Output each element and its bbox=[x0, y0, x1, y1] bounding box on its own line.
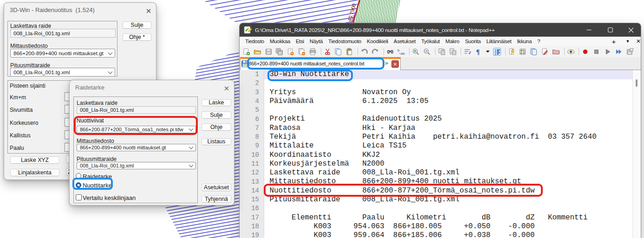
redo-icon[interactable] bbox=[371, 48, 379, 56]
macro-run-icon[interactable] bbox=[615, 48, 623, 56]
tab-overflow-chevron[interactable]: » bbox=[385, 59, 388, 66]
menu-?[interactable]: ? bbox=[534, 39, 543, 44]
line-number: 11 bbox=[251, 160, 259, 168]
menu-etsi[interactable]: Etsi bbox=[293, 39, 307, 44]
line-number: 8 bbox=[255, 133, 259, 142]
dialog1-close-icon[interactable]: ✕ bbox=[142, 6, 155, 17]
toolbar-separator bbox=[579, 48, 579, 55]
project-panel-icon[interactable] bbox=[552, 48, 560, 56]
ohje-button[interactable]: Ohje bbox=[202, 123, 231, 131]
location-row-label: Korkeusero bbox=[10, 120, 38, 126]
notepadpp-app-icon bbox=[244, 26, 252, 34]
open-icon[interactable] bbox=[254, 48, 261, 56]
dialog1-mittaustiedosto-combo[interactable]: 866+200-899+400 nuotti mittaukset.gt bbox=[10, 49, 115, 58]
scrollbar-thumb[interactable] bbox=[636, 79, 637, 87]
document-text[interactable]: 3D-Win Nuottitarke Yritys Novatron Oy Pä… bbox=[264, 70, 597, 238]
show-symbols-icon[interactable]: ¶ bbox=[475, 48, 482, 56]
paste-icon[interactable] bbox=[345, 48, 353, 56]
notepadpp-toolbar: bab¶ bbox=[240, 46, 641, 57]
dialog2-nuottiviivat-combo[interactable]: 866+200-877+200_Törmä_osa1_notes.pi.tdw bbox=[77, 126, 196, 133]
maximize-button[interactable] bbox=[600, 23, 620, 37]
print-icon[interactable] bbox=[309, 48, 317, 56]
minimize-icon bbox=[586, 27, 592, 32]
macro-play-icon[interactable] bbox=[604, 48, 611, 56]
dialog2-title: Raidetarke bbox=[75, 84, 104, 91]
undo-icon[interactable] bbox=[360, 48, 368, 56]
document-tab[interactable]: 866+200-899+400 nuotti mittaukset_notes_… bbox=[240, 57, 401, 70]
vertailu-checkbox-label[interactable]: Vertailu keskilinjaan bbox=[83, 194, 136, 201]
doc-switcher-icon[interactable] bbox=[530, 48, 538, 56]
wrap-icon[interactable] bbox=[463, 48, 471, 56]
nuottitarke-radio[interactable] bbox=[76, 182, 81, 188]
tab-close-button[interactable]: ✕ bbox=[391, 60, 399, 68]
doc-map-icon[interactable] bbox=[508, 48, 516, 56]
indent-guide-icon[interactable] bbox=[493, 48, 501, 56]
menu-koodikieli[interactable]: Koodikieli bbox=[364, 39, 391, 44]
menu-tiedosto[interactable]: Tiedosto bbox=[242, 39, 267, 44]
raidetarke-radio[interactable] bbox=[76, 173, 81, 179]
macro-record-icon[interactable] bbox=[581, 48, 589, 56]
editor-area[interactable]: 12345678910111213141516171819 3D-Win Nuo… bbox=[240, 70, 641, 238]
menu-makro[interactable]: Makro bbox=[442, 39, 462, 44]
vertical-scrollbar[interactable] bbox=[632, 70, 640, 238]
dialog2-mittaustiedosto-combo[interactable]: 866+200-899+400 nuotti mittaukset.gt bbox=[77, 144, 196, 151]
notepadpp-titlebar[interactable]: G:\Oma Drive\1_RATA 2025\2_NRC\866+200-8… bbox=[240, 23, 641, 37]
toolbar-separator bbox=[321, 48, 321, 55]
macro-stop-icon[interactable] bbox=[592, 48, 600, 56]
copy-icon[interactable] bbox=[334, 48, 342, 56]
menu-liitnniset[interactable]: Liitännäiset bbox=[483, 39, 514, 44]
save-icon[interactable] bbox=[265, 48, 273, 56]
cut-icon[interactable] bbox=[324, 48, 332, 56]
laske-button[interactable]: Laske bbox=[202, 99, 231, 107]
vertailu-checkbox[interactable] bbox=[76, 194, 82, 200]
menu-nyt[interactable]: Näytä bbox=[307, 39, 325, 44]
line-number: 14 bbox=[251, 187, 259, 195]
zoom-out-icon[interactable] bbox=[423, 48, 431, 56]
chevron-down-icon bbox=[189, 145, 194, 149]
find-icon[interactable] bbox=[386, 48, 394, 56]
tyhjenna-button[interactable]: Tyhjennä bbox=[202, 195, 231, 203]
menu-tykalut[interactable]: Työkalut bbox=[418, 39, 442, 44]
linjalaskenta-button[interactable]: Linjalaskenta bbox=[10, 169, 59, 176]
save-all-icon[interactable] bbox=[275, 48, 283, 56]
menu-ikkuna[interactable]: Ikkuna bbox=[514, 39, 534, 44]
menu-asetukset[interactable]: Asetukset bbox=[391, 39, 418, 44]
hatch-band-upper bbox=[203, 0, 358, 25]
close-all-icon[interactable] bbox=[298, 48, 306, 56]
location-row-label: Km+m bbox=[10, 94, 26, 101]
show-symbols-dropdown-icon[interactable] bbox=[486, 48, 490, 56]
notepadpp-window: G:\Oma Drive\1_RATA 2025\2_NRC\866+200-8… bbox=[239, 23, 641, 238]
dialog1-pituusmittaraide-combo[interactable]: 008_Lla-Roi_001.tg.xml bbox=[10, 68, 115, 77]
ohje-button[interactable]: Ohje * bbox=[123, 33, 151, 41]
function-list-icon[interactable] bbox=[519, 48, 527, 56]
line-number: 15 bbox=[251, 195, 259, 204]
monitoring-icon[interactable] bbox=[567, 48, 575, 56]
macro-save-icon[interactable] bbox=[626, 48, 634, 56]
asetukset-button[interactable]: Asetukset bbox=[202, 184, 231, 191]
line-number: 4 bbox=[255, 97, 259, 106]
sync-v-icon[interactable] bbox=[438, 48, 446, 56]
dialog2-close-icon[interactable]: ✕ bbox=[220, 83, 233, 94]
menu-muokkaa[interactable]: Muokkaa bbox=[267, 39, 293, 44]
close-tab-x[interactable]: ✕ bbox=[634, 37, 643, 46]
new-tab-button[interactable]: + bbox=[609, 37, 619, 46]
new-file-icon[interactable] bbox=[242, 48, 250, 56]
menu-suorita[interactable]: Suorita bbox=[462, 39, 483, 44]
sulje-button[interactable]: Sulje bbox=[202, 111, 231, 119]
zoom-in-icon[interactable] bbox=[412, 48, 420, 56]
nuottitarke-radio-label[interactable]: Nuottitarke bbox=[83, 182, 112, 189]
close-button[interactable] bbox=[621, 23, 641, 37]
sulje-button[interactable]: Sulje bbox=[123, 21, 151, 29]
tab-list-dropdown[interactable]: ▼ bbox=[623, 37, 633, 46]
line-number: 18 bbox=[251, 222, 259, 231]
close-icon[interactable] bbox=[286, 48, 294, 56]
file-browser-icon[interactable] bbox=[541, 48, 549, 56]
listaus-button[interactable]: Listaus bbox=[202, 138, 231, 146]
line-number: 2 bbox=[255, 79, 259, 88]
menu-tiedostomuoto[interactable]: Tiedostomuoto bbox=[325, 39, 364, 44]
laske-xyz-button[interactable]: Laske XYZ bbox=[10, 156, 59, 164]
replace-icon[interactable]: bab bbox=[397, 48, 405, 56]
dialog2-pituusmittaraide-combo[interactable]: 008_Lla-Roi_001.tg.xml bbox=[77, 162, 196, 169]
minimize-button[interactable] bbox=[579, 23, 599, 37]
sync-h-icon[interactable] bbox=[449, 48, 457, 56]
